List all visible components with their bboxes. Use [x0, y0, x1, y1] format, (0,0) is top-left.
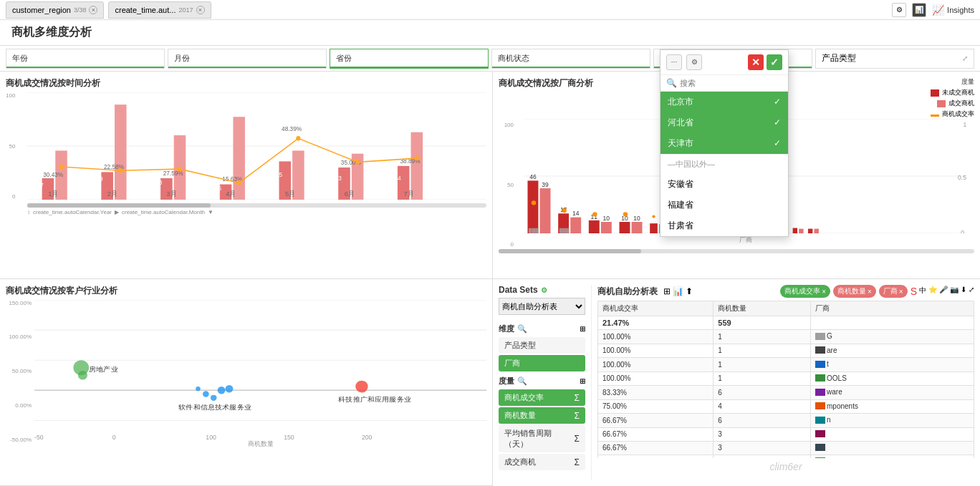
- sap-icon[interactable]: S: [911, 286, 917, 297]
- top-bar: customer_region 3/38 × create_time.aut..…: [0, 0, 980, 20]
- tag-rate[interactable]: 商机成交率 ×: [780, 285, 830, 298]
- filter-month[interactable]: 月份: [168, 49, 327, 69]
- table-row: 100.00% 1 t: [598, 358, 974, 372]
- top-right-actions: ⚙ 📊 📈 Insights: [892, 3, 974, 17]
- summary-rate: 21.47%: [598, 316, 714, 330]
- dropdown-item-tianjin[interactable]: 天津市 ✓: [660, 133, 788, 154]
- settings-icon[interactable]: ⚙: [892, 3, 906, 17]
- vendor-bar1-sold: [540, 188, 551, 233]
- scatter-software1: [226, 384, 234, 392]
- time-chart-scrollbar[interactable]: [27, 203, 486, 208]
- expand-icon[interactable]: ⤢: [962, 54, 968, 62]
- svg-text:100: 100: [206, 433, 216, 440]
- table-row: 75.00% 4 mponents: [598, 399, 974, 414]
- rate-dot-3: [178, 167, 182, 171]
- rate-dot-4: [237, 180, 241, 185]
- x-axis-sublabels: ↕ create_time.autoCalendar.Year ▶ create…: [27, 209, 486, 215]
- dim-item-vendor[interactable]: 厂商: [499, 355, 585, 371]
- star-icon[interactable]: ⭐: [928, 286, 937, 297]
- table-row: 62.50% 8 per Machines: [598, 455, 974, 458]
- svg-text:6月: 6月: [345, 189, 355, 197]
- scatter-tech: [355, 380, 368, 392]
- svg-text:9: 9: [100, 175, 103, 183]
- dropdown-confirm-btn[interactable]: ✓: [767, 54, 782, 70]
- legend-color-sold: [937, 100, 946, 107]
- tag-close-icon[interactable]: ×: [822, 288, 826, 296]
- tab-create-time[interactable]: create_time.aut... 2017 ×: [108, 1, 211, 19]
- filter-product-type[interactable]: 产品类型 ⤢: [815, 49, 974, 69]
- table-icon[interactable]: ⊞: [663, 286, 671, 296]
- measure-item-count[interactable]: 商机数量 Σ: [499, 407, 585, 424]
- dropdown-item-anhui[interactable]: 安徽省: [660, 174, 788, 195]
- dim-item-product[interactable]: 产品类型: [499, 337, 585, 354]
- measure-settings-icon[interactable]: ⊞: [580, 377, 585, 385]
- legend-item-rate: 商机成交率: [931, 110, 974, 119]
- vendor-bar13: [808, 229, 812, 233]
- y-axis: 100 50 0: [6, 92, 16, 200]
- dropdown-item-fujian[interactable]: 福建省: [660, 195, 788, 215]
- vendor-bar3-unsold: [589, 220, 600, 233]
- search-input[interactable]: [680, 79, 782, 87]
- svg-text:5: 5: [218, 185, 222, 192]
- svg-text:3月: 3月: [167, 189, 177, 197]
- tag-vendor[interactable]: 厂商 ×: [879, 285, 908, 298]
- svg-text:16: 16: [56, 143, 63, 150]
- analysis-header: 商机自助分析表 ⊞ 📊 ⬆ 商机成交率 × 商机数量: [597, 285, 974, 298]
- analysis-table-container[interactable]: 商机成交率 商机数量 厂商 21.47% 559: [597, 301, 974, 458]
- tag-count[interactable]: 商机数量 ×: [833, 285, 876, 298]
- vendor-y-axis: 100 50 0: [499, 119, 517, 248]
- dropdown-settings-btn[interactable]: ⚙: [686, 54, 702, 70]
- dropdown-more-btn[interactable]: ···: [666, 54, 682, 70]
- vendor-chart-scrollbar[interactable]: [499, 249, 974, 253]
- download-icon[interactable]: ⬇: [961, 286, 966, 297]
- tab-close-icon[interactable]: ×: [89, 6, 97, 14]
- tag-close-icon3[interactable]: ×: [899, 288, 903, 296]
- time-analysis-panel: 商机成交情况按时间分析 100 50 0: [0, 72, 492, 279]
- svg-text:16: 16: [293, 142, 300, 150]
- svg-text:4月: 4月: [226, 189, 236, 197]
- share-icon[interactable]: ⤢: [969, 286, 974, 297]
- col-header-vendor[interactable]: 厂商: [811, 301, 974, 316]
- svg-text:5月: 5月: [285, 189, 295, 197]
- tab-customer-region[interactable]: customer_region 3/38 ×: [6, 1, 104, 19]
- filter-status[interactable]: 商机状态: [491, 49, 650, 69]
- dropdown-cancel-btn[interactable]: ✕: [748, 54, 764, 70]
- col-header-rate[interactable]: 商机成交率: [598, 301, 714, 316]
- dropdown-toolbar-left: ··· ⚙: [666, 54, 702, 70]
- chart-view-icon[interactable]: 📊: [673, 286, 683, 296]
- measure-item-deal[interactable]: 成交商机 Σ: [499, 454, 585, 470]
- svg-text:15: 15: [352, 146, 359, 153]
- dropdown-item-beijing[interactable]: 北京市 ✓: [660, 92, 788, 112]
- col-header-count[interactable]: 商机数量: [714, 301, 811, 316]
- tab-close-icon2[interactable]: ×: [196, 6, 205, 14]
- left-panels: 商机成交情况按时间分析 100 50 0: [0, 72, 493, 486]
- dataset-select[interactable]: 商机自助分析表: [499, 298, 585, 315]
- insights-button[interactable]: 📈 Insights: [932, 4, 974, 16]
- dim-settings-icon[interactable]: ⊞: [580, 325, 585, 333]
- province-dropdown: ··· ⚙ ✕ ✓ 🔍 北京市 ✓ 河北省 ✓ 天津市: [660, 49, 789, 237]
- dropdown-item-gansu[interactable]: 甘肃省: [660, 215, 788, 236]
- svg-text:0: 0: [961, 229, 964, 233]
- export-icon[interactable]: ⬆: [686, 286, 693, 296]
- industry-analysis-title: 商机成交情况按客户行业分析: [6, 285, 486, 297]
- dropdown-item-overseas[interactable]: —中国以外—: [660, 154, 788, 174]
- measure-item-rate[interactable]: 商机成交率 Σ: [499, 389, 585, 406]
- filter-year[interactable]: 年份: [6, 49, 165, 69]
- dataset-settings-icon[interactable]: ⚙: [541, 286, 547, 294]
- chart-icon[interactable]: 📊: [912, 3, 926, 17]
- vendor-analysis-title: 商机成交情况按厂商分析: [499, 77, 593, 89]
- scatter-software3: [211, 394, 217, 400]
- filter-province[interactable]: 省份 ··· ⚙ ✕ ✓ 🔍 北京市 ✓: [330, 49, 489, 69]
- measure-item-cycle[interactable]: 平均销售周期（天） Σ: [499, 425, 585, 452]
- camera-icon[interactable]: 📷: [950, 286, 959, 297]
- rate-dot-2: [118, 168, 123, 172]
- dropdown-item-hebei[interactable]: 河北省 ✓: [660, 112, 788, 133]
- mic-icon[interactable]: 🎤: [939, 286, 948, 297]
- industry-analysis-panel: 商机成交情况按客户行业分析 150.00% 100.00% 50.00% 0.0…: [0, 279, 492, 487]
- legend-measure-label: 度量: [961, 77, 974, 87]
- lang-icon[interactable]: 中: [919, 286, 926, 297]
- vendor-bar12: [793, 228, 797, 233]
- svg-text:14: 14: [572, 210, 580, 217]
- tag-close-icon2[interactable]: ×: [868, 288, 872, 296]
- y-axis-industry: 150.00% 100.00% 50.00% 0.00% -50.00%: [6, 300, 33, 443]
